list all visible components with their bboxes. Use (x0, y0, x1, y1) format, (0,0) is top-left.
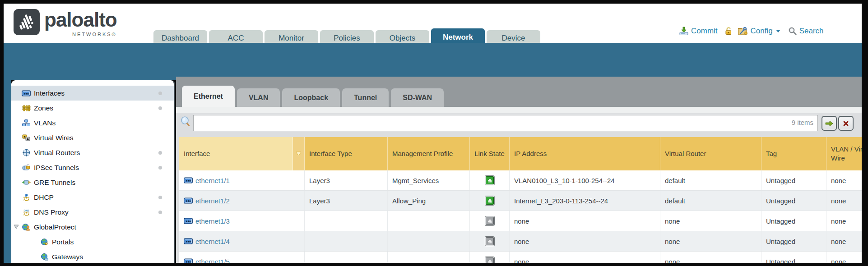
cell-vlan-virtual-wire: none (826, 170, 862, 190)
cell-link-state (470, 231, 510, 251)
clear-filter-button[interactable] (838, 116, 854, 131)
sidebar-item-label: GlobalProtect (34, 223, 76, 231)
subtab-sd-wan[interactable]: SD-WAN (391, 88, 444, 107)
ethernet-interface-icon (184, 238, 193, 244)
virtual-wires-icon (21, 134, 31, 141)
gateways-icon (39, 253, 49, 261)
sidebar-item-virtual-routers[interactable]: Virtual Routers (11, 145, 174, 160)
sidebar-item-label: Virtual Wires (34, 134, 74, 142)
interface-link[interactable]: ethernet1/5 (195, 258, 230, 263)
column-header-vlan-virtual-wire[interactable]: VLAN / VirtualWire (826, 137, 862, 170)
cell-interface: ethernet1/4 (179, 231, 305, 251)
sidebar-item-label: Zones (34, 104, 53, 112)
interface-link[interactable]: ethernet1/2 (195, 197, 230, 205)
sort-dropdown-button[interactable] (293, 137, 305, 170)
sidebar-item-gre-tunnels[interactable]: GRE Tunnels (11, 175, 174, 190)
expander-open-icon[interactable] (14, 225, 19, 229)
sidebar-item-label: Interfaces (34, 89, 65, 97)
cell-virtual-router: default (660, 191, 761, 211)
cell-interface-type: Layer3 (305, 170, 388, 190)
column-header-interface-type[interactable]: Interface Type (305, 137, 388, 170)
commit-icon[interactable] (679, 27, 689, 36)
cell-ip-address: Internet_L3_203-0-113-254--24 (510, 191, 660, 211)
status-dot (158, 92, 162, 95)
sidebar-item-interfaces[interactable]: Interfaces (11, 86, 174, 101)
ethernet-interface-icon (184, 258, 193, 263)
column-header-link-state[interactable]: Link State (470, 137, 510, 170)
column-header-ip-address[interactable]: IP Address (510, 137, 660, 170)
cell-interface-type (305, 211, 388, 231)
column-header-interface[interactable]: Interface (179, 137, 293, 170)
interface-subtabs: EthernetVLANLoopbackTunnelSD-WAN (182, 86, 446, 107)
sidebar-item-ipsec-tunnels[interactable]: IPSec Tunnels (11, 160, 174, 175)
column-header-tag[interactable]: Tag (761, 137, 826, 170)
interface-link[interactable]: ethernet1/4 (195, 238, 230, 245)
sidebar-item-label: VLANs (34, 119, 56, 127)
interfaces-icon (21, 90, 31, 96)
cell-tag: Untagged (761, 170, 826, 190)
cell-interface: ethernet1/2 (179, 191, 305, 211)
search-button[interactable]: Search (799, 27, 824, 36)
brand-subtitle: NETWORKS® (44, 32, 117, 37)
config-icon[interactable] (738, 27, 748, 36)
sidebar-item-label: Virtual Routers (34, 149, 80, 157)
brand-name: paloalto (44, 9, 117, 31)
status-dot (158, 196, 162, 199)
subtab-ethernet[interactable]: Ethernet (182, 86, 235, 107)
link-up-icon[interactable] (485, 175, 495, 185)
column-header-virtual-router[interactable]: Virtual Router (660, 137, 761, 170)
cell-ip-address: none (510, 211, 660, 231)
sidebar-item-partial[interactable] (11, 261, 174, 263)
subtab-vlan[interactable]: VLAN (237, 88, 280, 107)
cell-tag: Untagged (761, 191, 826, 211)
apply-filter-button[interactable] (822, 116, 837, 131)
cell-vlan-virtual-wire: none (826, 211, 862, 231)
link-down-icon[interactable] (485, 236, 495, 246)
globalprotect-icon (21, 224, 31, 231)
link-down-icon[interactable] (485, 257, 495, 263)
screen: paloalto NETWORKS® DashboardACCMonitorPo… (0, 0, 868, 266)
cell-tag: Untagged (761, 211, 826, 231)
sidebar-item-globalprotect[interactable]: GlobalProtect (11, 220, 174, 234)
cell-virtual-router: none (660, 252, 761, 263)
filter-input[interactable] (193, 115, 818, 131)
table-body: ethernet1/1Layer3Mgmt_ServicesVLAN0100_L… (179, 170, 862, 263)
config-button[interactable]: Config (751, 27, 773, 36)
sidebar-item-dns-proxy[interactable]: DNSDNS Proxy (11, 205, 174, 220)
sidebar-item-portals[interactable]: Portals (11, 234, 174, 249)
status-dot (158, 151, 162, 155)
subtab-tunnel[interactable]: Tunnel (342, 88, 389, 107)
cell-link-state (470, 191, 510, 211)
sort-desc-icon (296, 151, 302, 156)
status-dot (158, 211, 162, 214)
portals-icon (39, 238, 49, 246)
ethernet-interface-icon (184, 197, 193, 204)
chevron-down-icon[interactable] (775, 29, 781, 33)
main-content: EthernetVLANLoopbackTunnelSD-WAN 9 items… (176, 77, 862, 263)
cell-management-profile (388, 231, 470, 251)
column-header-management-profile[interactable]: Management Profile (388, 137, 470, 170)
green-arrow-icon (825, 120, 834, 127)
subtab-loopback[interactable]: Loopback (282, 88, 340, 107)
gre-tunnels-icon (21, 179, 31, 186)
commit-button[interactable]: Commit (691, 27, 718, 36)
interface-link[interactable]: ethernet1/1 (195, 177, 230, 184)
search-icon[interactable] (788, 27, 797, 36)
cell-link-state (470, 252, 510, 263)
frame-left (0, 0, 4, 266)
sidebar-item-zones[interactable]: Zones (11, 101, 174, 115)
lock-icon[interactable] (724, 27, 733, 36)
sidebar-item-label: Gateways (52, 253, 83, 261)
sidebar-item-virtual-wires[interactable]: Virtual Wires (11, 130, 174, 145)
cell-interface: ethernet1/5 (179, 252, 305, 263)
sidebar-item-vlans[interactable]: VLANs (11, 115, 174, 130)
frame-right (862, 0, 868, 266)
toolbar-band: ? Help (4, 43, 862, 80)
cell-management-profile: Allow_Ping (388, 191, 470, 211)
brand-text: paloalto NETWORKS® (44, 9, 117, 37)
sidebar-item-dhcp[interactable]: IPDHCP (11, 190, 174, 205)
link-down-icon[interactable] (485, 216, 495, 226)
link-up-icon[interactable] (485, 196, 495, 206)
interface-link[interactable]: ethernet1/3 (195, 217, 230, 225)
cell-management-profile (388, 211, 470, 231)
